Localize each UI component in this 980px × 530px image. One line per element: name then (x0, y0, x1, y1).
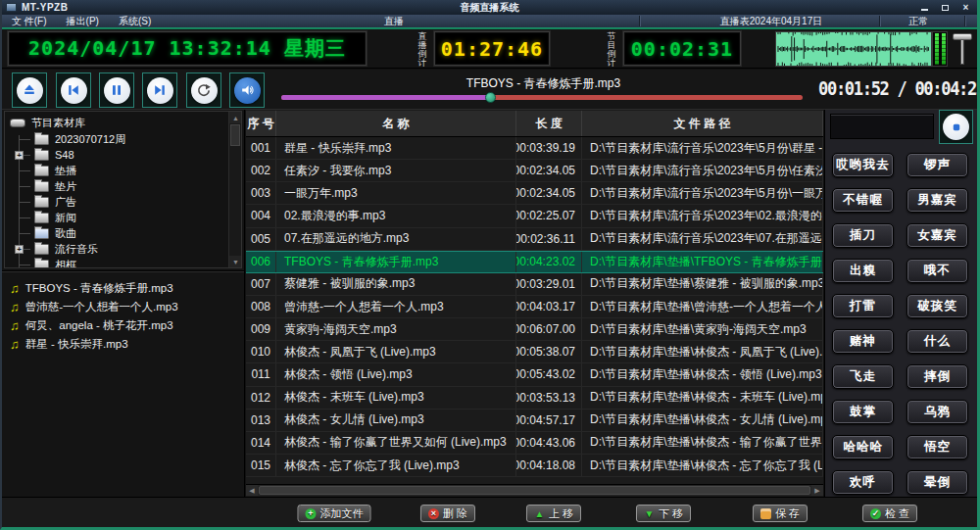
playlist-row[interactable]: 002任素汐 - 我要你.mp300:02:34.05D:\节目素材库\流行音乐… (246, 160, 823, 182)
library-panel: 节目素材库 2023070712周+S48垫播垫片广告新闻歌曲+流行音乐相框 ▲… (2, 110, 245, 497)
scroll-left-icon[interactable]: ◀ (246, 485, 258, 496)
scroll-up-icon[interactable]: ▲ (229, 112, 242, 123)
scroll-right-icon[interactable]: ▶ (811, 485, 823, 496)
jingle-button[interactable]: 打雷 (832, 294, 894, 318)
row-duration: 00:03:53.13 (516, 387, 582, 409)
tree-item[interactable]: 歌曲 (5, 225, 241, 241)
tree-item[interactable]: 2023070712周 (5, 131, 241, 147)
tree-item[interactable]: +流行音乐 (5, 241, 241, 257)
jingle-button[interactable]: 哦不 (906, 259, 968, 283)
footer-button-label: 检 查 (885, 506, 909, 521)
tree-item[interactable]: +S48 (5, 147, 241, 163)
volume-button[interactable] (229, 72, 265, 108)
jingle-button[interactable]: 不错喔 (832, 188, 894, 213)
slider-handle[interactable] (953, 33, 972, 40)
row-number: 011 (246, 363, 276, 385)
jingle-button[interactable]: 出糗 (832, 259, 894, 283)
tree-item[interactable]: 相框 (5, 257, 241, 268)
tree-scroll-thumb[interactable] (230, 124, 240, 146)
playlist-row[interactable]: 015林俊杰 - 忘了你忘了我 (Live).mp300:04:18.08D:\… (246, 455, 823, 477)
jingle-button[interactable]: 男嘉宾 (906, 188, 968, 213)
quick-file-item[interactable]: ♫群星 - 快乐崇拜.mp3 (10, 335, 244, 354)
row-number: 003 (246, 182, 276, 204)
jingle-button[interactable]: 鼓掌 (832, 400, 894, 424)
jingle-button[interactable]: 摔倒 (906, 364, 968, 389)
minimize-button[interactable] (917, 1, 932, 13)
jingle-button[interactable]: 锣声 (906, 153, 968, 177)
jingle-button[interactable]: 插刀 (832, 223, 894, 248)
horizontal-scrollbar[interactable]: ◀ ▶ (246, 484, 823, 496)
add-files-button[interactable]: +添加文件 (298, 505, 371, 522)
playlist-row[interactable]: 001群星 - 快乐崇拜.mp300:03:39.19D:\节目素材库\流行音乐… (246, 137, 823, 160)
tree-item[interactable]: 新闻 (5, 210, 241, 225)
jingle-button[interactable]: 哈哈哈 (832, 435, 894, 459)
folder-tree: 节目素材库 2023070712周+S48垫播垫片广告新闻歌曲+流行音乐相框 ▲… (4, 111, 242, 268)
playlist-row[interactable]: 011林俊杰 - 领悟 (Live).mp300:05:43.02D:\节目素材… (246, 363, 823, 386)
volume-slider[interactable] (951, 31, 974, 67)
playlist-row[interactable]: 00507.在那遥远的地方.mp300:02:36.11D:\节目素材库\流行音… (246, 228, 823, 251)
quick-file-item[interactable]: ♫何炅、angela - 桃子花开.mp3 (10, 316, 244, 335)
scroll-down-icon[interactable]: ▼ (229, 256, 242, 267)
eject-button[interactable] (12, 72, 47, 108)
row-duration: 00:06:07.00 (516, 318, 582, 340)
eject-icon (17, 77, 43, 104)
check-button[interactable]: ✓检 查 (862, 505, 917, 522)
jingle-button[interactable]: 女嘉宾 (906, 223, 968, 248)
next-button[interactable] (142, 72, 177, 108)
playlist-row[interactable]: 014林俊杰 - 输了你赢了世界又如何 (Live).mp300:04:43.0… (246, 432, 823, 455)
progress-bar[interactable] (281, 95, 803, 100)
playlist-row[interactable]: 006TFBOYS - 青春修炼手册.mp300:04:23.02D:\节目素材… (246, 251, 823, 273)
add-icon: + (306, 508, 317, 519)
jingle-button[interactable]: 赌神 (832, 329, 894, 354)
playlist-row[interactable]: 009黄家驹-海阔天空.mp300:06:07.00D:\节目素材库\垫播\黄家… (246, 318, 823, 341)
schedule-label: 直播表2024年04月17日 (678, 15, 864, 27)
stop-button[interactable] (939, 110, 973, 144)
menu-item[interactable]: 播出(P) (65, 15, 101, 28)
jingle-button[interactable]: 晕倒 (906, 470, 968, 495)
playlist-row[interactable]: 008曾沛慈-一个人想着一个人.mp300:04:03.17D:\节目素材库\垫… (246, 296, 823, 318)
playlist-row[interactable]: 010林俊杰 - 凤凰于飞 (Live).mp300:05:38.07D:\节目… (246, 341, 823, 363)
loop-button[interactable] (186, 72, 221, 108)
quick-file-item[interactable]: ♫TFBOYS - 青春修炼手册.mp3 (10, 279, 244, 298)
playlist-row[interactable]: 00402.最浪漫的事.mp300:02:25.07D:\节目素材库\流行音乐\… (246, 205, 823, 227)
column-header-duration[interactable]: 长 度 (516, 111, 582, 136)
jingle-button[interactable]: 什么 (906, 329, 968, 354)
close-button[interactable]: × (958, 1, 973, 13)
quick-file-item[interactable]: ♫曾沛慈-一个人想着一个人.mp3 (10, 298, 244, 316)
expand-icon[interactable]: + (15, 245, 24, 254)
jingle-button[interactable]: 哎哟我去 (832, 153, 894, 177)
jingle-button[interactable]: 欢呼 (832, 470, 894, 495)
tree-item-label: S48 (55, 149, 74, 161)
column-header-name[interactable]: 名 称 (276, 111, 516, 136)
playlist-row[interactable]: 012林俊杰 - 末班车 (Live).mp300:03:53.13D:\节目素… (246, 387, 823, 410)
expand-icon[interactable]: + (15, 151, 24, 160)
delete-button[interactable]: ×删 除 (420, 505, 475, 522)
move-down-button[interactable]: ▼下 移 (636, 505, 691, 522)
column-header-no[interactable]: 序 号 (246, 111, 276, 136)
menu-item[interactable]: 系统(S) (117, 15, 153, 28)
column-header-path[interactable]: 文 件 路 径 (582, 111, 823, 136)
jingle-button[interactable]: 破孩笑 (906, 294, 968, 318)
restore-button[interactable] (938, 1, 953, 13)
pause-button[interactable] (99, 72, 134, 108)
save-button[interactable]: 保 存 (753, 505, 808, 522)
playlist-row[interactable]: 003一眼万年.mp300:02:34.05D:\节目素材库\流行音乐\2023… (246, 182, 823, 205)
row-path: D:\节目素材库\垫播\林俊杰 - 女儿情 (Live).mp3 (582, 410, 823, 431)
jingle-button[interactable]: 乌鸦 (906, 400, 968, 424)
move-up-button[interactable]: ▲上 移 (526, 505, 581, 522)
playlist-row[interactable]: 007蔡健雅 - 被驯服的象.mp300:03:29.01D:\节目素材库\垫播… (246, 273, 823, 296)
music-note-icon: ♫ (10, 319, 20, 332)
tree-item[interactable]: 垫播 (5, 163, 241, 178)
previous-button[interactable] (56, 72, 91, 108)
jingle-button[interactable]: 飞走 (832, 364, 894, 389)
jingle-button[interactable]: 悟空 (906, 435, 968, 459)
tree-item[interactable]: 广告 (5, 194, 241, 210)
tree-scrollbar[interactable]: ▲ ▼ (228, 112, 241, 267)
h-scroll-thumb[interactable] (259, 486, 810, 495)
tree-item[interactable]: 垫片 (5, 178, 241, 194)
quick-file-label: TFBOYS - 青春修炼手册.mp3 (25, 281, 173, 296)
tree-root[interactable]: 节目素材库 (5, 115, 241, 131)
progress-thumb[interactable] (485, 92, 496, 103)
playlist-row[interactable]: 013林俊杰 - 女儿情 (Live).mp300:04:57.17D:\节目素… (246, 410, 823, 432)
menu-item[interactable]: 文 件(F) (10, 15, 49, 28)
